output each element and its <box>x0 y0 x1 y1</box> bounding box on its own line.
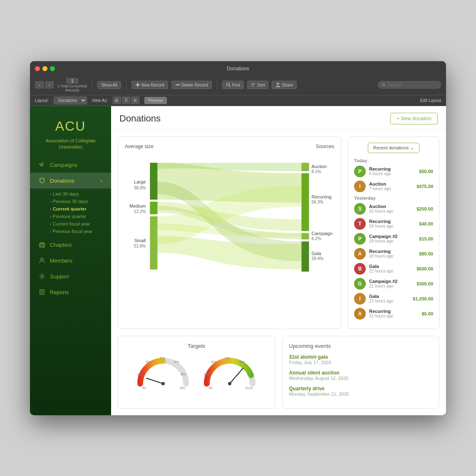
sidebar-item-campaigns[interactable]: Campaigns <box>30 157 111 173</box>
record-number: 1 <box>66 78 79 84</box>
top-row: Average size Sources <box>118 136 439 329</box>
svg-rect-22 <box>302 233 309 239</box>
total-records: 2 Total (Unsorted) <box>57 84 87 88</box>
svg-point-12 <box>41 275 43 278</box>
svg-rect-18 <box>150 201 157 214</box>
view-table-button[interactable]: ⊞ <box>131 97 139 104</box>
view-form-button[interactable]: ▤ <box>113 97 121 104</box>
svg-text:56.3%: 56.3% <box>312 199 324 204</box>
find-button[interactable]: Find <box>222 81 244 89</box>
targets-title: Targets <box>125 343 268 349</box>
new-donation-button[interactable]: + New donation <box>390 113 438 124</box>
forward-button[interactable]: › <box>45 81 54 89</box>
share-button[interactable]: Share <box>272 81 297 89</box>
gear-icon <box>38 273 46 280</box>
svg-point-8 <box>382 83 384 86</box>
separator-1 <box>92 80 92 90</box>
svg-text:51.8%: 51.8% <box>134 244 146 248</box>
recent-header: Recent donations ⌄ <box>354 143 433 153</box>
search-input[interactable] <box>387 82 437 87</box>
edit-layout-button[interactable]: Edit Layout <box>420 98 441 103</box>
donation-type: Recurring <box>369 249 416 254</box>
events-title: Upcoming events <box>289 343 433 349</box>
donations-subnav: Last 30 days Previous 30 days Current qu… <box>30 188 111 237</box>
sources-label: Sources <box>316 144 334 149</box>
subnav-current-quarter[interactable]: Current quarter <box>50 205 111 213</box>
search-icon <box>382 83 386 87</box>
avatar: P <box>354 233 366 245</box>
minimize-button[interactable] <box>42 66 47 71</box>
event-date: Wednesday, August 12, 2020 <box>289 376 433 381</box>
avatar: S <box>354 203 366 215</box>
sidebar-item-reports[interactable]: Reports <box>30 284 111 300</box>
preview-button[interactable]: Preview <box>144 97 167 104</box>
sidebar-item-members[interactable]: Members <box>30 253 111 268</box>
back-button[interactable]: ‹ <box>35 81 44 89</box>
sankey-svg: Large 36.0% Medium 12.2% Small 51.8% Auc… <box>125 153 334 286</box>
close-button[interactable] <box>35 66 40 71</box>
donation-item-a-recurring: A Recurring 18 hours ago $80.00 <box>354 248 433 260</box>
subnav-prev30[interactable]: Previous 30 days <box>50 198 111 205</box>
svg-text:$0: $0 <box>209 386 213 390</box>
svg-text:8.1%: 8.1% <box>312 169 321 174</box>
page-title: Donations <box>119 113 161 124</box>
targets-card: Targets <box>118 336 275 409</box>
donation-item-b-gala: B Gala 22 hours ago $500.00 <box>354 263 433 275</box>
svg-text:$1k: $1k <box>137 372 143 376</box>
svg-text:$0: $0 <box>142 386 146 390</box>
svg-text:29.4%: 29.4% <box>312 256 324 260</box>
content-body: Average size Sources <box>111 130 446 415</box>
gauges: $0 $1k $2k $3k $4k $5k $5k <box>125 352 268 390</box>
sort-button[interactable]: Sort <box>247 81 268 89</box>
donation-info: Gala 23 hours ago <box>369 294 409 303</box>
new-record-button[interactable]: New Record <box>131 81 168 89</box>
window-title: Donations <box>227 66 249 72</box>
donation-info: Campaign #2 22 hours ago <box>369 279 413 288</box>
subnav-prev-quarter[interactable]: Previous quarter <box>50 213 111 220</box>
svg-text:$3k: $3k <box>160 356 166 360</box>
avatar: G <box>354 278 366 290</box>
donation-amount: $1,200.00 <box>413 296 433 301</box>
donation-time: 22 hours ago <box>369 269 413 273</box>
shield-icon <box>38 177 46 184</box>
event-name: Annual silent auction <box>289 370 433 376</box>
layout-select[interactable]: Donations <box>54 97 87 104</box>
gauge-1-svg: $0 $1k $2k $3k $4k $5k $5k <box>134 352 192 390</box>
svg-text:$8k: $8k <box>247 372 253 376</box>
svg-text:$5k: $5k <box>180 386 186 390</box>
today-section-label: Today <box>354 158 433 163</box>
event-date: Monday, September 21, 2020 <box>289 392 433 397</box>
doc-icon <box>38 288 46 296</box>
subnav-prev-fiscal[interactable]: Previous fiscal year <box>50 228 111 235</box>
building-icon <box>38 241 46 248</box>
sidebar-nav: Campaigns Donations ∨ Last 30 days Previ… <box>30 157 111 407</box>
sidebar-item-chapters[interactable]: Chapters <box>30 237 111 253</box>
main-area: ACU Association of Collegiate Universiti… <box>30 106 446 415</box>
donations-label: Donations <box>50 178 74 184</box>
donation-amount: $475.00 <box>416 184 433 189</box>
maximize-button[interactable] <box>50 66 55 71</box>
sidebar-item-donations[interactable]: Donations ∨ <box>30 173 111 188</box>
recent-donations-dropdown[interactable]: Recent donations ⌄ <box>368 143 420 153</box>
svg-text:$5k: $5k <box>225 356 231 360</box>
donations-arrow: ∨ <box>100 178 103 183</box>
svg-point-3 <box>226 83 229 86</box>
svg-rect-1 <box>137 83 138 87</box>
avatar: P <box>354 166 366 177</box>
sidebar-item-support[interactable]: Support <box>30 268 111 284</box>
avatar: B <box>354 263 366 275</box>
subnav-current-fiscal[interactable]: Current fiscal year <box>50 220 111 228</box>
person-icon <box>38 257 46 264</box>
logo-text: ACU <box>38 119 103 134</box>
svg-text:$2k: $2k <box>204 372 210 376</box>
donation-time: 18 hours ago <box>369 254 416 258</box>
donation-type: Campaign #2 <box>369 279 413 284</box>
delete-record-button[interactable]: Delete Record <box>171 81 212 89</box>
subnav-last30[interactable]: Last 30 days <box>50 190 111 198</box>
donation-type: Auction <box>369 204 413 209</box>
show-all-button[interactable]: Show All <box>97 81 121 89</box>
donation-amount: $5.00 <box>421 311 433 316</box>
view-list-button[interactable]: ☰ <box>122 97 130 104</box>
search-bar[interactable] <box>378 81 441 89</box>
donation-item-g-campaign: G Campaign #2 22 hours ago $300.00 <box>354 278 433 290</box>
